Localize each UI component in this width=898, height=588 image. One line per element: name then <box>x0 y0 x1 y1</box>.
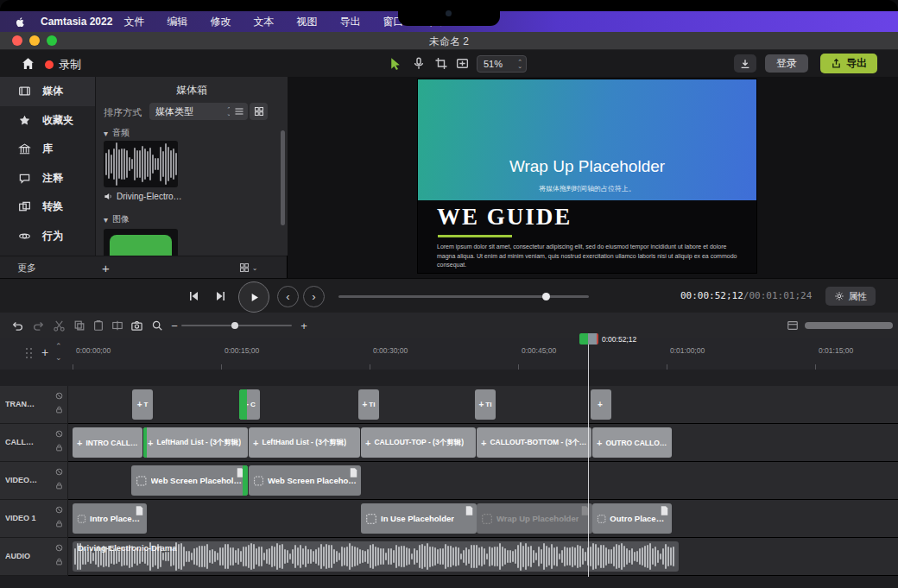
zoom-out-button[interactable]: − <box>168 319 181 332</box>
playhead-line[interactable] <box>588 338 589 577</box>
video-clip-dimmed[interactable]: Wrap Up Placeholder <box>477 503 592 534</box>
transition-clip[interactable]: + <box>591 389 611 420</box>
audio-section-header[interactable]: ▾ 音频 <box>104 127 130 139</box>
track-header-video2[interactable]: VIDEO… <box>0 462 68 500</box>
list-view-button[interactable] <box>230 103 248 120</box>
menu-view[interactable]: 视图 <box>296 15 317 29</box>
lock-track-icon[interactable] <box>55 406 63 414</box>
screenshot-camera-button[interactable] <box>130 319 143 332</box>
video-clip-selected[interactable]: Web Screen Placeholder <box>131 465 248 496</box>
selection-handle[interactable] <box>143 427 147 458</box>
menu-modify[interactable]: 修改 <box>210 15 231 29</box>
track-header-callouts[interactable]: CALL… <box>0 424 68 462</box>
disable-track-icon[interactable] <box>55 392 63 400</box>
thumbnail-size-button[interactable]: ⌄ <box>239 262 258 273</box>
video-clip[interactable]: In Use Placeholder <box>361 503 477 534</box>
properties-button[interactable]: 属性 <box>825 287 876 306</box>
apple-menu-icon[interactable] <box>14 16 26 28</box>
download-updates-button[interactable] <box>734 54 756 73</box>
more-tools-button[interactable]: 更多 <box>17 262 36 275</box>
disable-track-icon[interactable] <box>55 506 63 514</box>
callout-clip[interactable]: + CALLOUT-BOTTOM - (3个剪辑) <box>477 427 591 458</box>
scrubber-thumb[interactable] <box>542 293 550 300</box>
video-preview[interactable]: Wrap Up Placeholder 将媒体拖到时间轴的占位符上。 WE GU… <box>418 79 756 273</box>
expand-tracks-icon[interactable]: ⌄ <box>55 353 62 362</box>
play-button[interactable] <box>238 281 269 313</box>
menu-file[interactable]: 文件 <box>123 15 144 29</box>
transition-clip[interactable]: + TI <box>358 389 379 420</box>
fit-timeline-icon[interactable] <box>786 319 800 332</box>
timeline-scrollbar[interactable] <box>805 322 893 329</box>
add-track-button[interactable]: + <box>41 345 48 359</box>
video-clip[interactable]: Web Screen Placeholder <box>249 465 361 496</box>
add-media-button[interactable]: + <box>102 261 110 275</box>
transition-clip[interactable]: + T <box>132 389 153 420</box>
callout-clip[interactable]: + LeftHand List - (3个剪辑) <box>143 427 248 458</box>
media-bin-scrollbar[interactable] <box>281 130 285 225</box>
timeline-ruler[interactable]: 0:00:00;00 0:00:15;00 0:00:30;00 0:00:45… <box>69 338 898 370</box>
images-section-header[interactable]: ▾ 图像 <box>104 213 130 225</box>
audio-media-item[interactable]: Driving-Electronic-Drama <box>104 192 199 201</box>
sidebar-item-favorites[interactable]: 收藏夹 <box>0 106 95 136</box>
track-drag-grip[interactable] <box>26 348 28 350</box>
fit-canvas-icon[interactable] <box>455 56 470 71</box>
cut-button[interactable] <box>52 319 66 332</box>
disable-track-icon[interactable] <box>55 468 63 476</box>
video-clip[interactable]: Intro Placeholder <box>73 503 147 534</box>
track-header-transitions[interactable]: TRAN… <box>0 386 68 424</box>
disable-track-icon[interactable] <box>55 430 63 438</box>
login-button[interactable]: 登录 <box>765 54 808 73</box>
menu-edit[interactable]: 编辑 <box>167 15 187 29</box>
callout-clip[interactable]: + CALLOUT-TOP - (3个剪辑) <box>361 427 476 458</box>
callout-clip[interactable]: + INTRO CALLOUT <box>73 427 142 458</box>
paste-button[interactable] <box>92 319 105 332</box>
callout-clip[interactable]: + LeftHand List - (3个剪辑) <box>249 427 360 458</box>
audio-media-thumbnail[interactable] <box>104 141 178 187</box>
sort-by-dropdown[interactable]: 媒体类型 ⌃⌄ <box>149 103 235 120</box>
export-button[interactable]: 导出 <box>820 54 877 73</box>
selection-handle[interactable] <box>243 465 248 496</box>
menu-export[interactable]: 导出 <box>339 15 360 29</box>
menubar-app-name[interactable]: Camtasia 2022 <box>41 16 112 28</box>
sidebar-item-library[interactable]: 库 <box>0 135 95 164</box>
image-media-thumbnail[interactable] <box>104 229 178 256</box>
previous-frame-button[interactable] <box>187 289 200 303</box>
lock-track-icon[interactable] <box>55 558 63 566</box>
track-header-audio[interactable]: AUDIO <box>0 538 68 576</box>
crop-tool-icon[interactable] <box>434 56 448 71</box>
video-clip[interactable]: Outro Placeholder <box>592 503 672 534</box>
sidebar-item-behaviors[interactable]: 行为 <box>0 222 95 251</box>
undo-button[interactable] <box>10 319 24 332</box>
copy-button[interactable] <box>73 319 86 332</box>
timeline-zoom-slider[interactable] <box>181 325 292 326</box>
home-icon[interactable] <box>21 56 35 71</box>
playhead-out-handle[interactable] <box>588 333 598 345</box>
zoom-magnifier-icon[interactable] <box>150 319 164 332</box>
jump-back-button[interactable]: ‹ <box>277 286 299 307</box>
sidebar-item-media[interactable]: 媒体 <box>0 77 95 106</box>
edit-cursor-tool-icon[interactable] <box>388 56 402 71</box>
transition-clip[interactable]: + C <box>239 389 260 420</box>
redo-button[interactable] <box>31 319 45 332</box>
timeline-zoom-thumb[interactable] <box>231 322 238 329</box>
collapse-tracks-icon[interactable]: ⌃ <box>55 342 62 351</box>
track-header-video1[interactable]: VIDEO 1 <box>0 500 68 538</box>
transition-clip[interactable]: + TI <box>475 389 496 420</box>
canvas-zoom-select[interactable]: 51% ⌃⌄ <box>477 55 527 73</box>
playhead-in-handle[interactable] <box>579 333 588 345</box>
disable-track-icon[interactable] <box>55 544 63 552</box>
zoom-in-button[interactable]: + <box>297 319 311 332</box>
sidebar-item-transitions[interactable]: 转换 <box>0 193 95 222</box>
split-button[interactable] <box>111 319 124 332</box>
selection-handle[interactable] <box>239 389 247 420</box>
sidebar-item-annotations[interactable]: 注释 <box>0 164 95 193</box>
voice-tool-icon[interactable] <box>412 56 426 71</box>
scrubber-slider[interactable] <box>338 295 589 298</box>
menu-text[interactable]: 文本 <box>253 15 274 29</box>
lock-track-icon[interactable] <box>55 520 63 528</box>
grid-view-button[interactable] <box>250 103 268 120</box>
jump-forward-button[interactable]: › <box>303 286 325 307</box>
lock-track-icon[interactable] <box>55 444 63 452</box>
callout-clip[interactable]: + OUTRO CALLOUT <box>592 427 672 458</box>
record-button[interactable]: 录制 <box>45 57 81 73</box>
